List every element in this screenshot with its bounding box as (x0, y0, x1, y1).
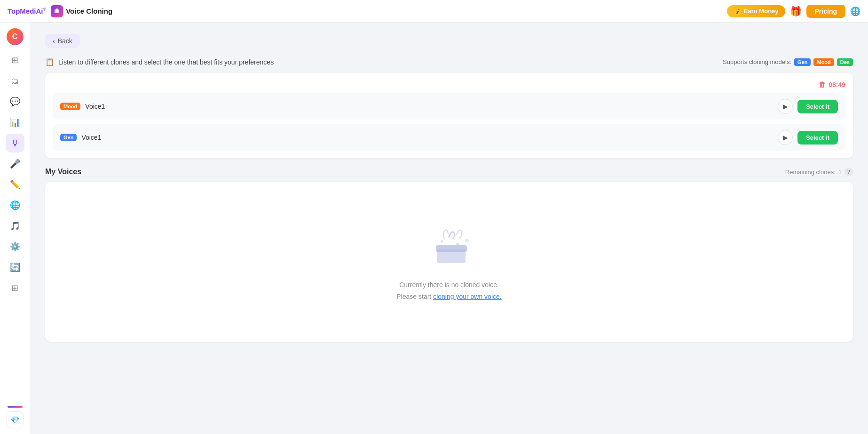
voice-card-area: 🗑 08:49 Mood Voice1 ▶ Select it Gen Vo (45, 73, 853, 158)
header: TopMediAi® Voice Cloning 💰 Earn Money 🎁 … (0, 0, 868, 23)
model-mood-badge: Mood (813, 58, 834, 66)
model-gen-badge: Gen (794, 58, 811, 66)
timer-row: 🗑 08:49 (53, 80, 845, 88)
voice-row-1-right: ▶ Select it (778, 99, 838, 114)
pricing-button[interactable]: Pricing (806, 5, 845, 18)
refresh-icon: 🔄 (10, 262, 20, 273)
sidebar-diamond-button[interactable]: 💎 (7, 411, 24, 428)
translate-icon: 🌐 (10, 200, 20, 210)
remaining-label: Remaining clones: (785, 169, 836, 176)
logo-top: TopMediAi (8, 7, 43, 15)
svg-point-5 (465, 239, 469, 242)
music-icon: 🎵 (10, 221, 20, 231)
sidebar-item-voice-cloning[interactable]: 🎙 (6, 134, 24, 153)
instruction-text: 📋 Listen to different clones and select … (45, 57, 274, 66)
diamond-icon: 💎 (10, 416, 20, 425)
svg-point-4 (456, 243, 459, 246)
instruction-label: Listen to different clones and select th… (58, 58, 274, 66)
chevron-left-icon: ‹ (53, 37, 55, 45)
chat-icon: 💬 (10, 96, 20, 107)
earn-money-button[interactable]: 💰 Earn Money (727, 5, 785, 17)
my-voices-title: My Voices (45, 168, 81, 176)
empty-area: Currently there is no cloned voice. Plea… (45, 182, 853, 342)
select-button-2[interactable]: Select it (797, 131, 838, 145)
main-content: ‹ Back 📋 Listen to different clones and … (30, 23, 868, 434)
voice-clone-icon: 🎙 (11, 138, 19, 148)
voice-cloning-title: Voice Cloning (51, 5, 112, 17)
empty-line1: Currently there is no cloned voice. (396, 279, 501, 291)
my-voices-header: My Voices Remaining clones: 1 ? (45, 168, 853, 176)
dashboard-icon: ⊞ (11, 55, 18, 65)
sidebar-item-microphone[interactable]: 🎤 (6, 154, 24, 173)
voice-row-2-left: Gen Voice1 (60, 134, 101, 141)
play-icon-2: ▶ (783, 134, 788, 141)
remaining-count: 1 (838, 169, 842, 176)
badge-gen-2: Gen (60, 134, 77, 141)
pricing-label: Pricing (815, 8, 837, 15)
files-icon: 🗂 (11, 76, 19, 86)
help-icon[interactable]: ? (844, 168, 853, 176)
empty-line2: Please start cloning your own voice. (396, 291, 501, 303)
play-button-1[interactable]: ▶ (778, 99, 793, 114)
models-area: Supports cloning models: Gen Mood Des (723, 58, 853, 66)
sidebar-bottom: 💎 (7, 406, 24, 428)
model-des-badge: Des (837, 58, 853, 66)
header-right: 💰 Earn Money 🎁 Pricing 🌐 (727, 5, 860, 18)
sidebar-active-bar (8, 406, 23, 408)
grid-icon: ⊞ (11, 283, 18, 293)
sidebar: C ⊞ 🗂 💬 📊 🎙 🎤 ✏️ 🌐 🎵 ⚙️ 🔄 ⊞ 💎 (0, 23, 30, 434)
avatar-initial: C (12, 32, 18, 41)
vc-icon (51, 5, 63, 17)
info-bar: 📋 Listen to different clones and select … (45, 57, 853, 66)
empty-state-text: Currently there is no cloned voice. Plea… (396, 279, 501, 303)
logo: TopMediAi® (8, 7, 46, 15)
svg-rect-1 (56, 8, 58, 12)
clone-voice-link[interactable]: cloning your own voice. (433, 293, 502, 300)
back-button[interactable]: ‹ Back (45, 34, 80, 48)
globe-icon[interactable]: 🌐 (850, 6, 860, 16)
sidebar-item-files[interactable]: 🗂 (6, 72, 24, 90)
select-label-1: Select it (806, 103, 829, 110)
sidebar-item-music[interactable]: 🎵 (6, 217, 24, 235)
logo-registered: ® (43, 7, 47, 12)
analytics-icon: 📊 (10, 117, 20, 128)
badge-mood-1: Mood (60, 103, 80, 110)
voice-row-1: Mood Voice1 ▶ Select it (53, 93, 845, 120)
sidebar-item-editor[interactable]: ✏️ (6, 175, 24, 194)
header-left: TopMediAi® Voice Cloning (8, 5, 112, 17)
voice-cloning-label: Voice Cloning (66, 7, 112, 15)
svg-rect-3 (436, 245, 467, 252)
empty-line2-pre: Please start (396, 293, 433, 300)
svg-point-6 (441, 240, 443, 242)
select-label-2: Select it (806, 134, 829, 141)
gift-icon[interactable]: 🎁 (790, 6, 802, 17)
settings-icon: ⚙️ (10, 241, 20, 252)
sidebar-item-dashboard[interactable]: ⊞ (6, 51, 24, 70)
timer-display: 08:49 (829, 81, 845, 88)
editor-icon: ✏️ (10, 179, 20, 190)
voice-row-2: Gen Voice1 ▶ Select it (53, 124, 845, 151)
earn-money-label: Earn Money (744, 8, 779, 15)
voice-name-2: Voice1 (81, 134, 101, 141)
sidebar-item-analytics[interactable]: 📊 (6, 113, 24, 132)
remaining-clones: Remaining clones: 1 ? (785, 168, 853, 176)
voice-row-1-left: Mood Voice1 (60, 103, 105, 110)
supports-label: Supports cloning models: (723, 58, 791, 65)
sidebar-item-chat[interactable]: 💬 (6, 92, 24, 111)
play-icon-1: ▶ (783, 103, 788, 110)
sidebar-item-translate[interactable]: 🌐 (6, 196, 24, 215)
back-button-label: Back (58, 37, 72, 45)
trash-icon[interactable]: 🗑 (819, 80, 826, 88)
voice-name-1: Voice1 (85, 103, 105, 110)
empty-illustration (416, 221, 482, 268)
sidebar-item-refresh[interactable]: 🔄 (6, 258, 24, 277)
play-button-2[interactable]: ▶ (778, 130, 793, 145)
sidebar-item-grid[interactable]: ⊞ (6, 279, 24, 297)
microphone-icon: 🎤 (10, 159, 20, 169)
voice-row-2-right: ▶ Select it (778, 130, 838, 145)
select-button-1[interactable]: Select it (797, 100, 838, 113)
info-icon: 📋 (45, 57, 55, 66)
coin-icon: 💰 (734, 8, 742, 15)
avatar[interactable]: C (7, 28, 24, 45)
sidebar-item-settings[interactable]: ⚙️ (6, 237, 24, 256)
